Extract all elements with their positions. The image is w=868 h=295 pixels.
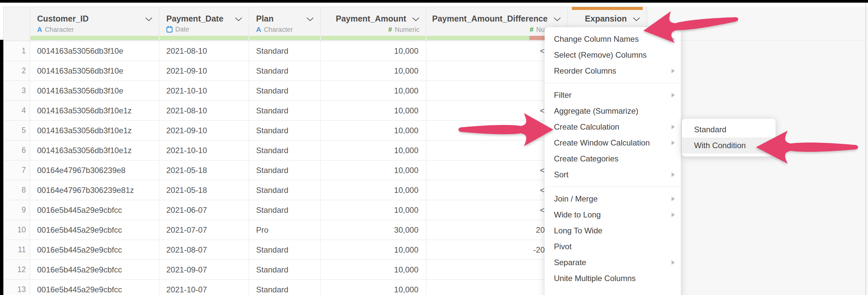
data-quality-bar [249,36,320,40]
cell-payment_amount: 10,000 [320,41,426,61]
column-title: Payment_Amount [336,14,406,24]
cell-payment_date: 2021-10-10 [159,81,249,100]
submenu-arrow-icon [672,69,675,73]
menu-item-join-merge[interactable]: Join / Merge [545,191,681,207]
chevron-down-icon[interactable] [412,17,420,22]
cell-plan: Standard [249,200,320,220]
column-header-top: Payment_Date [166,14,242,23]
menu-item-label: Create Calculation [554,122,619,131]
selected-column-indicator [572,7,643,10]
cell-payment_date: 2021-07-07 [159,220,249,240]
cell-payment_amount: 10,000 [320,280,426,295]
cell-plan: Standard [249,141,320,160]
data-quality-bar [321,36,426,40]
menu-item-long-to-wide[interactable]: Long To Wide [545,223,681,239]
window-right-border [865,3,866,295]
menu-item-reorder-columns[interactable]: Reorder Columns [545,63,681,79]
row-number: 12 [4,260,30,279]
cell-payment_amount: 10,000 [320,101,426,120]
top-white-band [0,3,868,7]
menu-item-label: Change Column Names [554,34,639,43]
annotation-arrow-create-calculation-icon [458,111,554,148]
character-icon: A [256,26,261,33]
cell-payment_date: 2021-05-18 [159,160,249,180]
row-number: 7 [4,160,30,180]
cell-customer_id: 0014163a53056db3f10e1z [30,101,159,120]
cell-customer_id: 0016e5b445a29e9cbfcc [30,220,159,240]
cell-payment_date: 2021-08-10 [159,41,249,61]
menu-item-label: Pivot [554,242,571,251]
menu-item-label: Join / Merge [554,194,598,203]
menu-item-label: Create Window Calculation [554,138,650,147]
column-type-label: Character [264,26,293,33]
column-type-label: Character [45,26,74,33]
menu-item-create-calculation[interactable]: Create Calculation [545,119,681,135]
cell-payment_amount: 10,000 [320,180,426,200]
cell-payment_date: 2021-09-10 [159,61,249,81]
row-number: 8 [4,180,30,200]
menu-item-create-categories[interactable]: Create Categories [545,151,681,167]
column-header-payment_amount[interactable]: Payment_Amount # Numeric [320,7,426,41]
column-type: # Numeric [328,26,420,33]
data-quality-bar [160,36,248,40]
cell-payment_amount: 10,000 [320,61,426,81]
chevron-down-icon[interactable] [633,17,640,22]
column-header-top: Payment_Amount [328,14,420,23]
cell-payment_amount: 10,000 [320,200,426,220]
column-type: Date [166,26,242,33]
menu-item-label: Filter [554,90,571,99]
column-type: A Character [37,26,152,33]
chevron-down-icon[interactable] [554,17,561,22]
menu-item-wide-to-long[interactable]: Wide to Long [545,207,681,223]
chevron-down-icon[interactable] [306,17,314,22]
cell-payment_date: 2021-10-07 [159,280,249,295]
column-header-top: Expansion [575,14,640,23]
cell-plan: Pro [249,220,320,240]
menu-item-select-remove-columns[interactable]: Select (Remove) Columns [545,47,681,63]
menu-item-separate[interactable]: Separate [545,255,681,270]
submenu-arrow-icon [672,93,675,97]
row-number: 6 [4,141,30,160]
row-number: 11 [4,240,30,260]
menu-item-sort[interactable]: Sort [545,167,681,183]
cell-payment_date: 2021-05-18 [159,180,249,200]
cell-customer_id: 0014163a53056db3f10e [30,41,159,61]
column-dropdown-menu: Change Column NamesSelect (Remove) Colum… [545,27,681,295]
valid-bar-segment [249,36,320,40]
column-type-label: Numeric [395,26,420,33]
submenu-arrow-icon [672,212,675,217]
cell-payment_amount: 10,000 [320,260,426,279]
cell-customer_id: 0014163a53056db3f10e [30,81,159,100]
chevron-down-icon[interactable] [235,17,242,22]
menu-item-create-window-calculation[interactable]: Create Window Calculation [545,135,681,151]
menu-item-label: Sort [554,170,568,179]
column-title: Payment_Date [166,14,223,24]
menu-item-label: Long To Wide [554,226,602,235]
cell-payment_amount: 10,000 [320,141,426,160]
column-title: Plan [256,14,274,24]
submenu-arrow-icon [672,260,675,265]
column-type: # Numeric [433,26,561,33]
column-header-customer_id[interactable]: Customer_ID A Character [30,7,159,41]
menu-item-filter[interactable]: Filter [545,87,681,103]
cell-payment_date: 2021-09-10 [159,121,249,140]
column-title: Expansion [585,14,627,24]
cell-customer_id: 0014163a53056db3f10e1z [30,141,159,160]
annotation-arrow-with-condition-icon [755,129,859,166]
column-header-plan[interactable]: Plan A Character [249,7,320,41]
column-type-label: Date [175,26,189,33]
column-header-payment_date[interactable]: Payment_Date Date [159,7,249,41]
menu-item-unite-multiple-columns[interactable]: Unite Multiple Columns [545,270,681,286]
cell-payment_amount: 10,000 [320,121,426,140]
cell-customer_id: 0014163a53056db3f10e [30,61,159,81]
left-white-band [0,3,3,40]
cell-payment_date: 2021-08-07 [159,240,249,260]
menu-separator [545,83,681,83]
menu-item-aggregate-summarize[interactable]: Aggregate (Summarize) [545,103,681,119]
column-header-top: Customer_ID [37,14,152,23]
menu-item-pivot[interactable]: Pivot [545,239,681,255]
cell-plan: Standard [249,61,320,81]
cell-plan: Standard [249,81,320,100]
numeric-icon: # [530,26,534,33]
chevron-down-icon[interactable] [145,17,152,22]
